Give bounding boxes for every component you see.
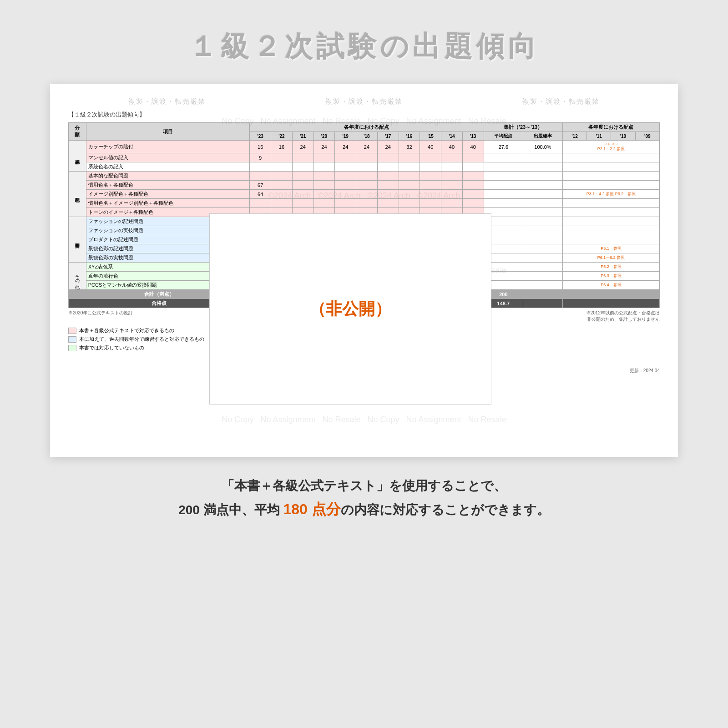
legend-item: 本に加えて、過去問数年分で練習すると対応できるもの (68, 336, 204, 343)
value-cell (292, 181, 313, 190)
value-cell (271, 153, 293, 162)
old-year-11: '11 (587, 132, 611, 141)
value-cell (335, 199, 356, 208)
year-23: '23 (250, 132, 271, 141)
col-old-years-header: 各年度における配点 (562, 123, 659, 132)
value-cell: 9 (250, 153, 271, 162)
legend-box (68, 336, 76, 343)
old-years-cell (562, 235, 659, 244)
avg-cell (484, 162, 523, 172)
old-years-cell (562, 181, 659, 190)
old-years-cell: P5.2 参照 (562, 263, 659, 272)
value-cell (399, 153, 420, 162)
rate-cell (523, 235, 563, 244)
table-row: イメージ別配色＋各種配色64P3.1～4.2 参照 P6.2 参照 (69, 190, 660, 199)
value-cell: 24 (377, 141, 399, 153)
watermark-3: 複製・譲渡・転売厳禁 (522, 97, 600, 106)
value-cell (441, 199, 463, 208)
col-summary-header: 集計（'23～'13） (484, 123, 562, 132)
value-cell (420, 199, 441, 208)
old-years-cell (562, 217, 659, 226)
value-cell: 24 (292, 141, 313, 153)
old-years-cell: P6.1～6.2 参照 (562, 253, 659, 263)
legend-label: 本書＋各級公式テキストで対応できるもの (79, 327, 174, 334)
value-cell: 40 (462, 141, 484, 153)
rate-cell (523, 199, 563, 208)
rate-cell (523, 217, 563, 226)
value-cell (356, 172, 378, 181)
col-rate: 出題確率 (523, 132, 563, 141)
bottom-line2: 200 満点中、平均 180 点分の内容に対応することができます。 (178, 497, 550, 521)
year-22: '22 (271, 132, 293, 141)
legend-item: 本書＋各級公式テキストで対応できるもの (68, 327, 204, 334)
value-cell (271, 162, 293, 172)
table-row: 配色問題基本的な配色問題 (69, 172, 660, 181)
rate-cell (523, 181, 563, 190)
page-title: １級２次試験の出題傾向 (189, 27, 540, 66)
value-cell (292, 162, 313, 172)
old-years-cell (562, 172, 659, 181)
old-year-09: '09 (635, 132, 659, 141)
note-right: ※2012年以前の公式配点・合格点は 非公開のため、集計しておりません (586, 310, 660, 323)
doc-subtitle: 【１級２次試験の出題傾向】 (68, 111, 660, 119)
value-cell (271, 199, 293, 208)
value-cell: 24 (313, 141, 335, 153)
value-cell (335, 153, 356, 162)
year-14: '14 (441, 132, 463, 141)
value-cell (313, 162, 335, 172)
value-cell (356, 199, 378, 208)
legend-box (68, 345, 76, 351)
nonpublic-overlay: （非公開） (209, 213, 491, 404)
value-cell (313, 190, 335, 199)
value-cell (356, 181, 378, 190)
year-21: '21 (292, 132, 313, 141)
watermark-row: 複製・譲渡・転売厳禁 複製・譲渡・転売厳禁 複製・譲渡・転売厳禁 (68, 97, 660, 106)
value-cell (250, 172, 271, 181)
value-cell (335, 181, 356, 190)
rate-cell (523, 244, 563, 253)
value-cell (462, 172, 484, 181)
value-cell (399, 181, 420, 190)
value-cell (377, 172, 399, 181)
value-cell (335, 190, 356, 199)
item-cell: 慣用色名＋イメージ別配色＋各種配色 (86, 199, 250, 208)
rate-cell (523, 226, 563, 235)
table-row: 慣用色名＋イメージ別配色＋各種配色 (69, 199, 660, 208)
value-cell: 32 (399, 141, 420, 153)
item-cell: カラーチップの貼付 (86, 141, 250, 153)
old-years-cell (562, 226, 659, 235)
value-cell (420, 153, 441, 162)
value-cell (292, 190, 313, 199)
value-cell: 64 (250, 190, 271, 199)
year-19: '19 (335, 132, 356, 141)
old-years-cell (562, 162, 659, 172)
rate-cell (523, 172, 563, 181)
legend-item: 本書では対応していないもの (68, 344, 204, 351)
total-old (562, 290, 659, 299)
rate-cell (523, 272, 563, 281)
col-item: 項目 (86, 123, 250, 141)
col-avg: 平均配点 (484, 132, 523, 141)
value-cell (271, 181, 293, 190)
old-years-cell: P5.1 参照 (562, 244, 659, 253)
rate-cell (523, 253, 563, 263)
value-cell (313, 172, 335, 181)
old-years-cell (562, 208, 659, 217)
value-cell (462, 153, 484, 162)
value-cell (399, 190, 420, 199)
value-cell (292, 172, 313, 181)
value-cell: 16 (250, 141, 271, 153)
bottom-line1: 「本書＋各級公式テキスト」を使用することで、 (178, 475, 550, 497)
watermark-2: 複製・譲渡・転売厳禁 (325, 97, 403, 106)
value-cell (250, 162, 271, 172)
legend-label: 本に加えて、過去問数年分で練習すると対応できるもの (79, 336, 204, 343)
item-cell: 基本的な配色問題 (86, 172, 250, 181)
value-cell (462, 181, 484, 190)
value-cell (420, 172, 441, 181)
value-cell (250, 199, 271, 208)
value-cell (420, 162, 441, 172)
document-container: No Copy No Assignment No Resale No Copy … (50, 84, 678, 457)
item-cell: イメージ別配色＋各種配色 (86, 190, 250, 199)
note-left: ※2020年に公式テキストの改訂 (68, 310, 133, 323)
value-cell (462, 199, 484, 208)
